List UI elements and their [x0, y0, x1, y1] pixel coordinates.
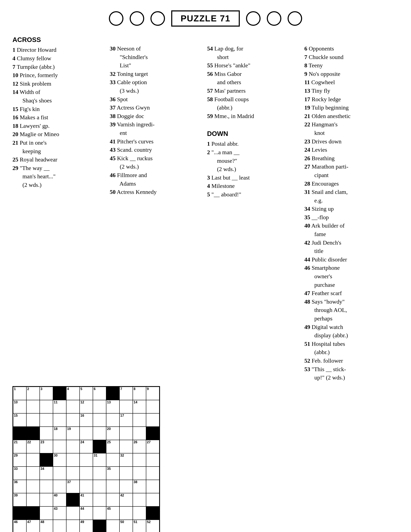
grid-cell-r3-c7[interactable]: 20 [106, 427, 119, 440]
circle-4[interactable] [246, 11, 261, 26]
grid-cell-r7-c5[interactable] [80, 480, 93, 493]
grid-cell-r5-c3[interactable]: 30 [53, 453, 66, 466]
grid-cell-r4-c5[interactable]: 24 [80, 440, 93, 453]
grid-cell-r8-c5[interactable]: 41 [80, 493, 93, 506]
grid-cell-r6-c9[interactable] [133, 466, 146, 480]
grid-cell-r2-c7[interactable] [106, 413, 119, 427]
grid-cell-r8-c6[interactable] [93, 493, 106, 506]
grid-cell-r0-c5[interactable]: 5 [80, 387, 93, 400]
circle-1[interactable] [109, 11, 124, 26]
grid-cell-r9-c2[interactable] [40, 506, 53, 520]
grid-cell-r2-c1[interactable] [26, 413, 40, 427]
grid-cell-r5-c0[interactable]: 29 [13, 453, 26, 466]
grid-cell-r1-c9[interactable]: 14 [133, 400, 146, 413]
grid-cell-r3-c4[interactable]: 19 [66, 427, 80, 440]
grid-cell-r1-c3[interactable]: 11 [53, 400, 66, 413]
circle-5[interactable] [267, 11, 281, 26]
grid-cell-r5-c10[interactable] [146, 453, 159, 466]
grid-cell-r2-c10[interactable] [146, 413, 159, 427]
grid-cell-r1-c5[interactable]: 12 [80, 400, 93, 413]
grid-cell-r9-c9[interactable] [133, 506, 146, 520]
grid-cell-r0-c2[interactable]: 3 [40, 387, 53, 400]
grid-cell-r2-c5[interactable]: 16 [80, 413, 93, 427]
grid-cell-r9-c4[interactable] [66, 506, 80, 520]
grid-cell-r6-c5[interactable] [80, 466, 93, 480]
grid-cell-r7-c10[interactable] [146, 480, 159, 493]
grid-cell-r2-c3[interactable] [53, 413, 66, 427]
grid-cell-r6-c1[interactable] [26, 466, 40, 480]
grid-cell-r5-c9[interactable] [133, 453, 146, 466]
grid-cell-r5-c8[interactable]: 32 [119, 453, 133, 466]
grid-cell-r6-c7[interactable]: 35 [106, 466, 119, 480]
grid-cell-r5-c1[interactable] [26, 453, 40, 466]
grid-cell-r9-c3[interactable]: 43 [53, 506, 66, 520]
grid-cell-r7-c2[interactable] [40, 480, 53, 493]
grid-cell-r6-c10[interactable] [146, 466, 159, 480]
grid-cell-r10-c4[interactable] [66, 520, 80, 532]
grid-cell-r7-c8[interactable] [119, 480, 133, 493]
grid-cell-r10-c1[interactable]: 47 [26, 520, 40, 532]
grid-cell-r4-c7[interactable]: 25 [106, 440, 119, 453]
grid-cell-r6-c8[interactable] [119, 466, 133, 480]
grid-cell-r0-c9[interactable]: 8 [133, 387, 146, 400]
grid-cell-r1-c2[interactable] [40, 400, 53, 413]
grid-cell-r0-c10[interactable]: 9 [146, 387, 159, 400]
grid-cell-r8-c0[interactable]: 39 [13, 493, 26, 506]
grid-cell-r4-c3[interactable] [53, 440, 66, 453]
grid-cell-r2-c9[interactable] [133, 413, 146, 427]
grid-cell-r7-c7[interactable] [106, 480, 119, 493]
grid-cell-r2-c4[interactable] [66, 413, 80, 427]
grid-cell-r4-c9[interactable]: 26 [133, 440, 146, 453]
grid-cell-r7-c3[interactable] [53, 480, 66, 493]
grid-cell-r6-c4[interactable] [66, 466, 80, 480]
grid-cell-r5-c5[interactable] [80, 453, 93, 466]
grid-cell-r8-c9[interactable] [133, 493, 146, 506]
grid-cell-r0-c6[interactable]: 6 [93, 387, 106, 400]
grid-cell-r2-c0[interactable]: 15 [13, 413, 26, 427]
grid-cell-r9-c7[interactable]: 45 [106, 506, 119, 520]
grid-cell-r1-c7[interactable]: 13 [106, 400, 119, 413]
grid-cell-r8-c8[interactable]: 42 [119, 493, 133, 506]
grid-cell-r1-c8[interactable] [119, 400, 133, 413]
grid-cell-r9-c8[interactable] [119, 506, 133, 520]
grid-cell-r2-c6[interactable] [93, 413, 106, 427]
grid-cell-r8-c1[interactable] [26, 493, 40, 506]
grid-cell-r3-c8[interactable] [119, 427, 133, 440]
grid-cell-r1-c6[interactable] [93, 400, 106, 413]
grid-cell-r7-c9[interactable]: 38 [133, 480, 146, 493]
grid-cell-r6-c0[interactable]: 33 [13, 466, 26, 480]
grid-cell-r10-c10[interactable]: 52 [146, 520, 159, 532]
grid-cell-r1-c4[interactable] [66, 400, 80, 413]
grid-cell-r3-c6[interactable] [93, 427, 106, 440]
grid-cell-r7-c6[interactable] [93, 480, 106, 493]
grid-cell-r2-c8[interactable]: 17 [119, 413, 133, 427]
grid-cell-r3-c5[interactable] [80, 427, 93, 440]
grid-cell-r5-c4[interactable] [66, 453, 80, 466]
grid-cell-r6-c6[interactable] [93, 466, 106, 480]
grid-cell-r3-c2[interactable] [40, 427, 53, 440]
grid-cell-r4-c1[interactable]: 22 [26, 440, 40, 453]
grid-cell-r2-c2[interactable] [40, 413, 53, 427]
grid-cell-r6-c3[interactable] [53, 466, 66, 480]
grid-cell-r7-c1[interactable] [26, 480, 40, 493]
grid-cell-r10-c2[interactable]: 48 [40, 520, 53, 532]
grid-cell-r10-c8[interactable]: 50 [119, 520, 133, 532]
grid-cell-r3-c3[interactable]: 18 [53, 427, 66, 440]
crossword-grid[interactable]: 1234567891011121314151617181920212223242… [12, 386, 160, 532]
grid-cell-r8-c7[interactable] [106, 493, 119, 506]
grid-cell-r7-c4[interactable]: 37 [66, 480, 80, 493]
circle-2[interactable] [130, 11, 144, 26]
circle-6[interactable] [287, 11, 302, 26]
grid-cell-r4-c10[interactable]: 27 [146, 440, 159, 453]
grid-cell-r0-c1[interactable]: 2 [26, 387, 40, 400]
grid-cell-r9-c5[interactable]: 44 [80, 506, 93, 520]
grid-cell-r4-c8[interactable] [119, 440, 133, 453]
grid-cell-r3-c9[interactable] [133, 427, 146, 440]
grid-cell-r4-c4[interactable] [66, 440, 80, 453]
grid-cell-r7-c0[interactable]: 36 [13, 480, 26, 493]
grid-cell-r1-c1[interactable] [26, 400, 40, 413]
grid-cell-r5-c7[interactable] [106, 453, 119, 466]
grid-cell-r10-c7[interactable] [106, 520, 119, 532]
grid-cell-r8-c3[interactable]: 40 [53, 493, 66, 506]
grid-cell-r4-c2[interactable]: 23 [40, 440, 53, 453]
